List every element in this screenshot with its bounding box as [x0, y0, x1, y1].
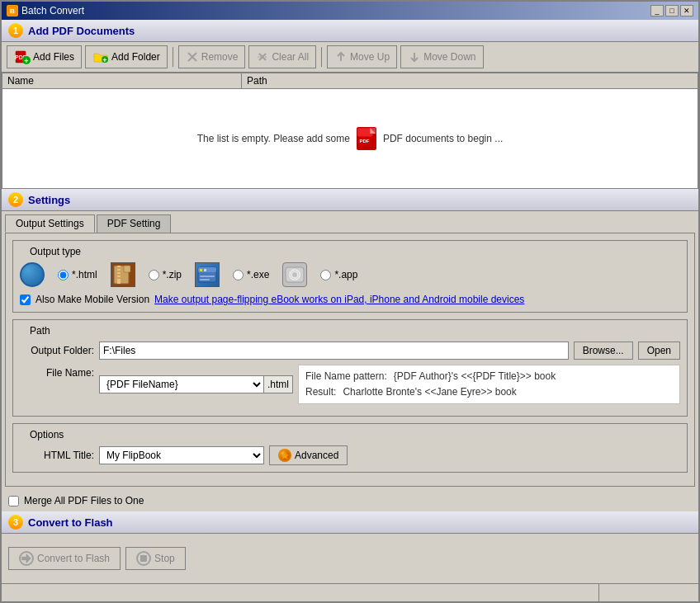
path-group-title: Path [26, 325, 54, 337]
tab-output-settings[interactable]: Output Settings [5, 214, 95, 233]
section3-title: Convert to Flash [28, 516, 113, 529]
title-bar-left: B Batch Convert [7, 5, 84, 16]
add-files-button[interactable]: PDF + Add Files [7, 45, 82, 68]
file-name-row: File Name: {PDF FileName} .html [20, 365, 680, 404]
convert-to-flash-button[interactable]: Convert to Flash [8, 547, 121, 570]
toolbar-separator1 [173, 47, 173, 67]
section1-header: 1 Add PDF Documents [2, 20, 698, 42]
open-button[interactable]: Open [638, 342, 680, 360]
section3-number: 3 [8, 515, 23, 530]
stop-label: Stop [154, 553, 175, 564]
options-group-title: Options [26, 429, 67, 440]
remove-icon [186, 50, 199, 64]
output-type-html [20, 262, 45, 287]
path-group: Path Output Folder: Browse... Open File … [12, 319, 688, 417]
add-folder-icon: + [92, 49, 109, 65]
html-title-select[interactable]: My FlipBook [99, 446, 264, 464]
output-folder-label: Output Folder: [20, 345, 94, 356]
merge-row: Merge All PDF Files to One [2, 490, 698, 511]
tab-pdf-setting[interactable]: PDF Setting [97, 214, 172, 233]
section2-title: Settings [28, 194, 70, 206]
close-button[interactable]: ✕ [680, 5, 693, 16]
convert-section: Convert to Flash Stop [2, 534, 698, 583]
window-content: 1 Add PDF Documents PDF + Add Files + [2, 20, 698, 601]
move-down-button[interactable]: Move Down [400, 45, 483, 68]
svg-rect-17 [117, 277, 121, 279]
status-bar [2, 583, 698, 601]
svg-text:+: + [102, 56, 106, 64]
output-type-zip [111, 262, 135, 287]
browse-button[interactable]: Browse... [574, 342, 633, 360]
stop-button[interactable]: Stop [125, 547, 186, 570]
radio-html[interactable] [58, 270, 69, 280]
mobile-checkbox-row: Also Make Mobile Version Make output pag… [20, 294, 680, 305]
file-info-box: File Name pattern: {PDF Author}'s <<{PDF… [298, 365, 680, 404]
column-path: Path [242, 73, 698, 88]
mobile-version-checkbox[interactable] [20, 294, 31, 305]
result-label: Result: [305, 384, 336, 400]
add-folder-button[interactable]: + Add Folder [85, 45, 168, 68]
window-title: Batch Convert [21, 5, 84, 16]
convert-to-flash-icon [19, 551, 34, 566]
svg-text:PDF: PDF [359, 139, 369, 144]
svg-rect-22 [204, 269, 206, 271]
html-title-label: HTML Title: [20, 450, 94, 461]
output-type-title: Output type [26, 246, 84, 257]
clear-all-icon [256, 50, 269, 64]
radio-app-label: *.app [334, 269, 357, 280]
output-folder-input[interactable] [99, 342, 569, 360]
output-type-group: Output type *.html [12, 240, 688, 313]
html-title-row: HTML Title: My FlipBook [20, 445, 680, 465]
section2-header: 2 Settings [2, 189, 698, 211]
file-list-area: Name Path The list is empty. Please add … [2, 73, 698, 189]
pdf-placeholder-icon: PDF [357, 127, 376, 150]
settings-content: Output Settings PDF Setting Output type [2, 211, 698, 490]
pattern-value: {PDF Author}'s <<{PDF Title}>> book [394, 369, 556, 384]
app-icon-img [282, 262, 307, 287]
file-name-label: File Name: [20, 365, 94, 379]
svg-text:+: + [24, 57, 28, 65]
radio-zip[interactable] [149, 270, 159, 280]
section1-number: 1 [8, 23, 23, 38]
svg-rect-23 [200, 276, 215, 277]
status-panel-left [2, 584, 599, 601]
remove-button[interactable]: Remove [178, 45, 246, 68]
minimize-button[interactable]: _ [650, 5, 664, 16]
html-icon [20, 262, 45, 287]
svg-rect-21 [200, 269, 202, 271]
output-type-app [282, 262, 307, 287]
advanced-label: Advanced [295, 450, 338, 461]
radio-app[interactable] [320, 270, 331, 280]
column-name: Name [2, 73, 242, 88]
section2-number: 2 [8, 192, 23, 207]
svg-marker-30 [22, 554, 31, 563]
tab-content: Output type *.html [5, 233, 695, 487]
move-up-button[interactable]: Move Up [327, 45, 397, 68]
app-icon: B [7, 5, 18, 16]
radio-exe[interactable] [233, 270, 244, 280]
output-type-app-radio: *.app [320, 269, 357, 280]
svg-rect-31 [141, 556, 147, 562]
mobile-link[interactable]: Make output page-flipping eBook works on… [154, 294, 524, 305]
file-info-result-row: Result: Charlotte Bronte's <<Jane Eyre>>… [305, 384, 673, 400]
path-group-content: Output Folder: Browse... Open File Name:… [13, 337, 687, 416]
convert-to-flash-label: Convert to Flash [37, 553, 110, 564]
file-name-select[interactable]: {PDF FileName} [99, 375, 264, 393]
convert-toolbar: Convert to Flash Stop [2, 534, 698, 583]
output-folder-row: Output Folder: Browse... Open [20, 342, 680, 360]
output-type-exe-radio: *.exe [233, 269, 269, 280]
svg-point-27 [292, 272, 297, 277]
section1-title: Add PDF Documents [28, 25, 135, 37]
svg-rect-16 [117, 274, 121, 276]
advanced-button[interactable]: Advanced [269, 445, 348, 465]
pattern-label: File Name pattern: [305, 369, 387, 384]
file-name-input-group: {PDF FileName} .html File Name pattern: … [99, 365, 680, 404]
merge-checkbox[interactable] [8, 496, 19, 506]
add-files-icon: PDF + [14, 49, 31, 65]
maximize-button[interactable]: □ [665, 5, 679, 16]
stop-icon [136, 551, 151, 566]
exe-icon [195, 262, 220, 287]
svg-rect-15 [117, 271, 121, 272]
radio-html-label: *.html [72, 269, 97, 280]
clear-all-button[interactable]: Clear All [248, 45, 316, 68]
